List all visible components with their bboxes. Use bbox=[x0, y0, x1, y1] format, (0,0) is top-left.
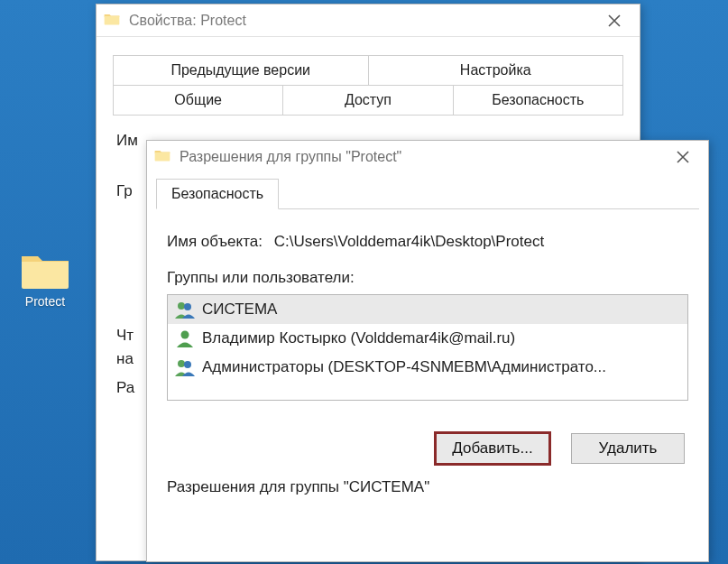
titlebar[interactable]: Свойства: Protect bbox=[97, 5, 640, 37]
users-listbox[interactable]: СИСТЕМА Владимир Костырко (Volddemar4ik@… bbox=[167, 294, 688, 401]
object-name-row: Имя объекта: C:\Users\Volddemar4ik\Deskt… bbox=[167, 233, 688, 251]
list-item[interactable]: Владимир Костырко (Volddemar4ik@mail.ru) bbox=[168, 324, 687, 353]
folder-icon bbox=[154, 149, 170, 165]
svg-point-3 bbox=[178, 360, 185, 367]
desktop-folder[interactable]: Protect bbox=[11, 251, 79, 309]
desktop-folder-label: Protect bbox=[25, 294, 65, 309]
tab-previous-versions[interactable]: Предыдущие версии bbox=[114, 56, 369, 85]
folder-icon bbox=[20, 251, 70, 291]
add-button[interactable]: Добавить... bbox=[436, 433, 549, 464]
tabstrip: Безопасность bbox=[156, 179, 699, 209]
tab-security[interactable]: Безопасность bbox=[454, 86, 622, 115]
list-item-label: Администраторы (DESKTOP-4SNMEBM\Админист… bbox=[202, 358, 606, 376]
list-item-label: Владимир Костырко (Volddemar4ik@mail.ru) bbox=[202, 329, 515, 347]
svg-point-0 bbox=[178, 302, 185, 310]
svg-point-2 bbox=[181, 331, 189, 339]
tab-security[interactable]: Безопасность bbox=[156, 179, 279, 209]
close-icon[interactable] bbox=[596, 8, 632, 33]
permissions-for-label: Разрешения для группы "СИСТЕМА" bbox=[167, 478, 688, 496]
group-icon bbox=[175, 300, 195, 319]
close-icon[interactable] bbox=[665, 144, 701, 170]
folder-icon bbox=[104, 13, 120, 29]
list-item[interactable]: Администраторы (DESKTOP-4SNMEBM\Админист… bbox=[168, 353, 687, 382]
window-title: Свойства: Protect bbox=[129, 13, 587, 29]
permissions-window: Разрешения для группы "Protect" Безопасн… bbox=[146, 140, 709, 562]
svg-point-4 bbox=[184, 361, 191, 368]
groups-users-label: Группы или пользователи: bbox=[167, 269, 688, 287]
tabs: Предыдущие версии Настройка Общие Доступ… bbox=[113, 55, 623, 116]
list-item-label: СИСТЕМА bbox=[202, 300, 277, 319]
group-icon bbox=[175, 358, 195, 376]
button-row: Добавить... Удалить bbox=[167, 433, 685, 464]
tab-sharing[interactable]: Доступ bbox=[283, 86, 453, 115]
svg-point-1 bbox=[184, 303, 191, 310]
window-title: Разрешения для группы "Protect" bbox=[180, 149, 656, 165]
tab-customize[interactable]: Настройка bbox=[369, 56, 623, 85]
titlebar[interactable]: Разрешения для группы "Protect" bbox=[147, 141, 708, 173]
permissions-body: Имя объекта: C:\Users\Volddemar4ik\Deskt… bbox=[147, 209, 708, 504]
object-path: C:\Users\Volddemar4ik\Desktop\Protect bbox=[274, 233, 545, 250]
remove-button[interactable]: Удалить bbox=[571, 433, 685, 464]
user-icon bbox=[175, 329, 195, 347]
tab-general[interactable]: Общие bbox=[114, 86, 283, 115]
object-name-label: Имя объекта: bbox=[167, 233, 263, 251]
list-item[interactable]: СИСТЕМА bbox=[168, 295, 687, 324]
